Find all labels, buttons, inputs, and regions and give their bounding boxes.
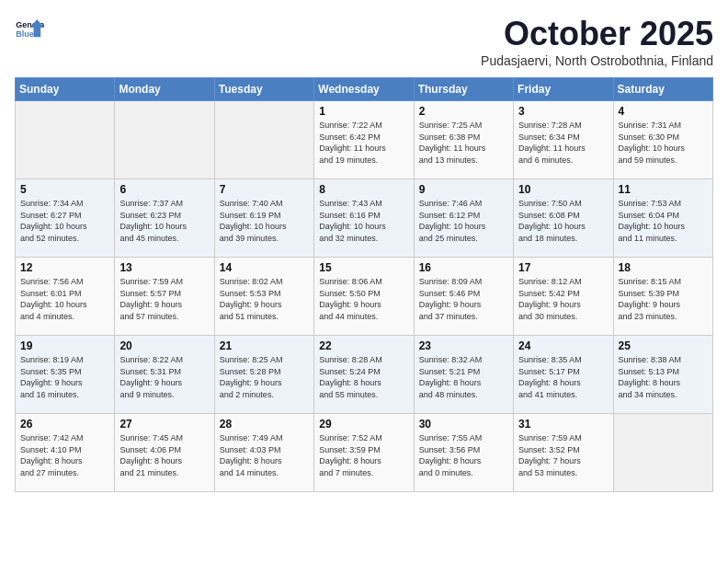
day-number: 5 [20, 183, 109, 196]
calendar-cell: 27Sunrise: 7:45 AM Sunset: 4:06 PM Dayli… [115, 414, 214, 492]
calendar-cell: 13Sunrise: 7:59 AM Sunset: 5:57 PM Dayli… [115, 258, 214, 336]
calendar-week-row: 5Sunrise: 7:34 AM Sunset: 6:27 PM Daylig… [16, 179, 713, 258]
day-info: Sunrise: 7:40 AM Sunset: 6:19 PM Dayligh… [220, 198, 309, 244]
day-number: 8 [319, 183, 408, 196]
day-info: Sunrise: 8:12 AM Sunset: 5:42 PM Dayligh… [518, 276, 608, 322]
day-number: 26 [20, 418, 109, 431]
day-number: 22 [319, 339, 408, 352]
day-info: Sunrise: 7:45 AM Sunset: 4:06 PM Dayligh… [119, 432, 209, 478]
calendar-cell: 10Sunrise: 7:50 AM Sunset: 6:08 PM Dayli… [514, 179, 613, 258]
day-number: 10 [518, 183, 608, 196]
calendar-cell: 19Sunrise: 8:19 AM Sunset: 5:35 PM Dayli… [16, 336, 115, 414]
day-info: Sunrise: 7:59 AM Sunset: 5:57 PM Dayligh… [119, 276, 209, 322]
day-info: Sunrise: 8:32 AM Sunset: 5:21 PM Dayligh… [419, 354, 508, 400]
calendar-cell: 18Sunrise: 8:15 AM Sunset: 5:39 PM Dayli… [613, 258, 712, 336]
day-number: 31 [518, 418, 608, 431]
day-info: Sunrise: 7:55 AM Sunset: 3:56 PM Dayligh… [419, 432, 508, 478]
day-info: Sunrise: 7:53 AM Sunset: 6:04 PM Dayligh… [619, 198, 708, 244]
day-number: 4 [619, 105, 708, 118]
day-number: 2 [419, 105, 508, 118]
calendar-week-row: 26Sunrise: 7:42 AM Sunset: 4:10 PM Dayli… [16, 414, 713, 492]
day-info: Sunrise: 7:50 AM Sunset: 6:08 PM Dayligh… [518, 198, 608, 244]
weekday-header-monday: Monday [115, 78, 214, 101]
svg-text:Blue: Blue [16, 29, 33, 39]
day-number: 14 [220, 261, 309, 274]
calendar-cell: 28Sunrise: 7:49 AM Sunset: 4:03 PM Dayli… [214, 414, 313, 492]
day-number: 17 [518, 261, 608, 274]
calendar-cell: 17Sunrise: 8:12 AM Sunset: 5:42 PM Dayli… [514, 258, 613, 336]
day-number: 18 [619, 261, 708, 274]
calendar-table: SundayMondayTuesdayWednesdayThursdayFrid… [15, 77, 713, 492]
day-info: Sunrise: 7:49 AM Sunset: 4:03 PM Dayligh… [220, 432, 309, 478]
location-subtitle: Pudasjaervi, North Ostrobothnia, Finland [481, 53, 713, 68]
day-number: 28 [220, 418, 309, 431]
calendar-cell: 31Sunrise: 7:59 AM Sunset: 3:52 PM Dayli… [514, 414, 613, 492]
calendar-week-row: 1Sunrise: 7:22 AM Sunset: 6:42 PM Daylig… [16, 101, 713, 179]
day-number: 21 [220, 339, 309, 352]
day-info: Sunrise: 8:02 AM Sunset: 5:53 PM Dayligh… [220, 276, 309, 322]
calendar-cell: 1Sunrise: 7:22 AM Sunset: 6:42 PM Daylig… [314, 101, 414, 179]
calendar-cell [214, 101, 313, 179]
day-number: 20 [119, 339, 209, 352]
weekday-header-thursday: Thursday [414, 78, 513, 101]
day-number: 23 [419, 339, 508, 352]
calendar-cell: 8Sunrise: 7:43 AM Sunset: 6:16 PM Daylig… [314, 179, 414, 258]
title-block: October 2025 Pudasjaervi, North Ostrobot… [481, 15, 713, 68]
page-header: General Blue October 2025 Pudasjaervi, N… [15, 15, 713, 68]
calendar-cell: 25Sunrise: 8:38 AM Sunset: 5:13 PM Dayli… [613, 336, 712, 414]
day-info: Sunrise: 7:42 AM Sunset: 4:10 PM Dayligh… [20, 432, 109, 478]
day-info: Sunrise: 7:56 AM Sunset: 6:01 PM Dayligh… [20, 276, 109, 322]
calendar-cell: 29Sunrise: 7:52 AM Sunset: 3:59 PM Dayli… [314, 414, 414, 492]
day-number: 9 [419, 183, 508, 196]
calendar-cell: 24Sunrise: 8:35 AM Sunset: 5:17 PM Dayli… [514, 336, 613, 414]
logo-icon: General Blue [15, 15, 44, 44]
day-info: Sunrise: 8:25 AM Sunset: 5:28 PM Dayligh… [220, 354, 309, 400]
day-info: Sunrise: 7:22 AM Sunset: 6:42 PM Dayligh… [319, 120, 408, 166]
day-info: Sunrise: 7:31 AM Sunset: 6:30 PM Dayligh… [619, 120, 708, 166]
calendar-cell: 14Sunrise: 8:02 AM Sunset: 5:53 PM Dayli… [214, 258, 313, 336]
weekday-header-tuesday: Tuesday [214, 78, 313, 101]
day-info: Sunrise: 8:09 AM Sunset: 5:46 PM Dayligh… [419, 276, 508, 322]
weekday-header-wednesday: Wednesday [314, 78, 414, 101]
day-info: Sunrise: 8:38 AM Sunset: 5:13 PM Dayligh… [619, 354, 708, 400]
day-number: 24 [518, 339, 608, 352]
day-info: Sunrise: 7:37 AM Sunset: 6:23 PM Dayligh… [119, 198, 209, 244]
calendar-cell: 16Sunrise: 8:09 AM Sunset: 5:46 PM Dayli… [414, 258, 513, 336]
day-info: Sunrise: 8:15 AM Sunset: 5:39 PM Dayligh… [619, 276, 708, 322]
calendar-cell: 15Sunrise: 8:06 AM Sunset: 5:50 PM Dayli… [314, 258, 414, 336]
calendar-cell: 11Sunrise: 7:53 AM Sunset: 6:04 PM Dayli… [613, 179, 712, 258]
day-number: 27 [119, 418, 209, 431]
calendar-cell: 9Sunrise: 7:46 AM Sunset: 6:12 PM Daylig… [414, 179, 513, 258]
logo: General Blue [15, 15, 44, 44]
calendar-week-row: 19Sunrise: 8:19 AM Sunset: 5:35 PM Dayli… [16, 336, 713, 414]
day-info: Sunrise: 7:46 AM Sunset: 6:12 PM Dayligh… [419, 198, 508, 244]
calendar-cell: 23Sunrise: 8:32 AM Sunset: 5:21 PM Dayli… [414, 336, 513, 414]
day-number: 15 [319, 261, 408, 274]
day-number: 13 [119, 261, 209, 274]
calendar-week-row: 12Sunrise: 7:56 AM Sunset: 6:01 PM Dayli… [16, 258, 713, 336]
calendar-cell: 6Sunrise: 7:37 AM Sunset: 6:23 PM Daylig… [115, 179, 214, 258]
day-number: 12 [20, 261, 109, 274]
day-number: 1 [319, 105, 408, 118]
day-info: Sunrise: 7:52 AM Sunset: 3:59 PM Dayligh… [319, 432, 408, 478]
calendar-cell [115, 101, 214, 179]
day-number: 30 [419, 418, 508, 431]
calendar-cell: 7Sunrise: 7:40 AM Sunset: 6:19 PM Daylig… [214, 179, 313, 258]
calendar-cell: 22Sunrise: 8:28 AM Sunset: 5:24 PM Dayli… [314, 336, 414, 414]
weekday-header-row: SundayMondayTuesdayWednesdayThursdayFrid… [16, 78, 713, 101]
day-info: Sunrise: 8:35 AM Sunset: 5:17 PM Dayligh… [518, 354, 608, 400]
day-number: 6 [119, 183, 209, 196]
month-title: October 2025 [481, 15, 713, 53]
calendar-cell: 2Sunrise: 7:25 AM Sunset: 6:38 PM Daylig… [414, 101, 513, 179]
calendar-cell: 20Sunrise: 8:22 AM Sunset: 5:31 PM Dayli… [115, 336, 214, 414]
calendar-cell: 4Sunrise: 7:31 AM Sunset: 6:30 PM Daylig… [613, 101, 712, 179]
day-info: Sunrise: 7:43 AM Sunset: 6:16 PM Dayligh… [319, 198, 408, 244]
day-info: Sunrise: 7:28 AM Sunset: 6:34 PM Dayligh… [518, 120, 608, 166]
day-number: 25 [619, 339, 708, 352]
calendar-cell: 21Sunrise: 8:25 AM Sunset: 5:28 PM Dayli… [214, 336, 313, 414]
weekday-header-friday: Friday [514, 78, 613, 101]
weekday-header-sunday: Sunday [16, 78, 115, 101]
calendar-cell [613, 414, 712, 492]
calendar-cell: 3Sunrise: 7:28 AM Sunset: 6:34 PM Daylig… [514, 101, 613, 179]
day-info: Sunrise: 8:22 AM Sunset: 5:31 PM Dayligh… [119, 354, 209, 400]
